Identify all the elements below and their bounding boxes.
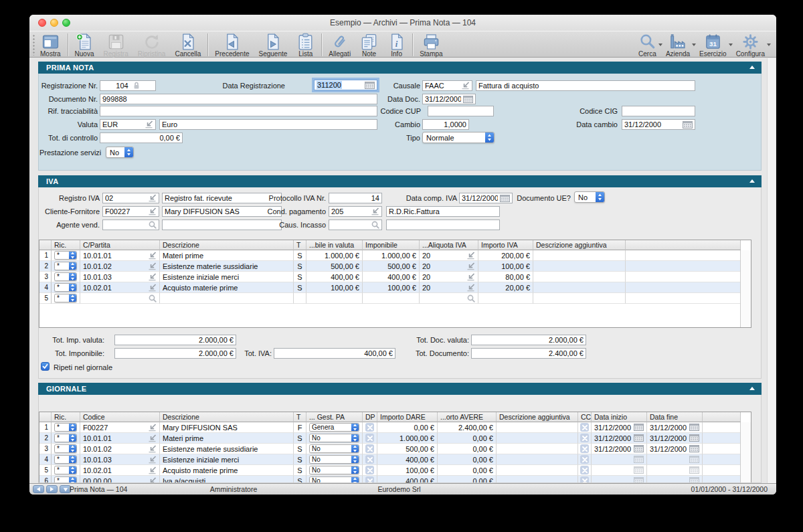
data-fine-cell[interactable]: 31/12/2000 xyxy=(647,422,703,433)
na-checkbox-icon[interactable] xyxy=(365,455,374,464)
description-cell[interactable]: Esistenze materie sussidiarie xyxy=(160,444,294,454)
importo-iva-cell[interactable] xyxy=(478,293,533,304)
calendar-icon[interactable] xyxy=(634,434,644,442)
giornale-table-scrollbar[interactable] xyxy=(740,422,751,483)
lookup-arrow-icon[interactable] xyxy=(148,466,157,474)
ric-select[interactable]: * xyxy=(54,262,77,270)
importo-avere-cell[interactable]: 0,00 € xyxy=(438,476,497,483)
prev-record-button[interactable] xyxy=(33,485,44,493)
importo-dare-cell[interactable]: 100,00 € xyxy=(377,465,438,476)
account-code-cell[interactable]: 10.01.01 xyxy=(80,250,160,261)
gest-pa-select[interactable]: No xyxy=(309,466,359,474)
causale-code-field[interactable]: FAAC xyxy=(422,80,472,91)
description-cell[interactable]: Acquisto materie prime xyxy=(160,282,294,293)
ric-select[interactable]: * xyxy=(54,444,77,453)
imponibile-valuta-cell[interactable]: 1.000,00 € xyxy=(306,250,363,261)
account-code-cell[interactable]: 10.02.01 xyxy=(80,465,160,476)
data-inizio-cell[interactable] xyxy=(592,476,647,483)
importo-avere-cell[interactable]: 0,00 € xyxy=(438,433,497,444)
window-scrollbar[interactable] xyxy=(767,58,776,483)
data-cambio-field[interactable]: 31/12/2000 xyxy=(622,119,695,130)
gest-pa-select[interactable]: No xyxy=(309,476,359,483)
data-inizio-cell[interactable] xyxy=(592,465,647,476)
imponibile-valuta-cell[interactable]: 400,00 € xyxy=(306,272,363,282)
calendar-icon[interactable] xyxy=(365,82,375,89)
na-checkbox-icon[interactable] xyxy=(365,434,374,442)
attachments-button[interactable]: Allegati xyxy=(324,32,355,58)
lookup-arrow-icon[interactable] xyxy=(371,207,379,215)
fiscal-year-button[interactable]: 31Esercizio xyxy=(695,32,731,58)
causale-desc-field[interactable]: Fattura di acquisto xyxy=(476,80,695,91)
delete-record-button[interactable]: Cancella xyxy=(170,32,205,58)
codice-cig-field[interactable] xyxy=(622,106,695,116)
next-record-button[interactable]: Seguente xyxy=(254,32,292,58)
prestazione-servizi-select[interactable]: No xyxy=(106,147,134,158)
ric-select[interactable]: * xyxy=(54,272,77,281)
na-checkbox-icon[interactable] xyxy=(580,434,589,442)
ric-select[interactable]: * xyxy=(54,466,77,474)
data-fine-cell[interactable] xyxy=(647,476,703,483)
lookup-arrow-icon[interactable] xyxy=(466,273,475,281)
account-code-cell[interactable]: 10.01.01 xyxy=(80,433,160,444)
gest-pa-select[interactable]: No xyxy=(309,444,359,453)
lookup-arrow-icon[interactable] xyxy=(148,252,157,260)
na-checkbox-icon[interactable] xyxy=(365,444,374,453)
caus-incasso-code-field[interactable] xyxy=(329,219,382,230)
descrizione-aggiuntiva-cell[interactable] xyxy=(533,261,626,272)
ric-select[interactable]: * xyxy=(54,434,77,442)
gest-pa-select[interactable]: No xyxy=(309,455,359,464)
ric-select[interactable]: * xyxy=(54,455,77,464)
search-icon[interactable] xyxy=(149,221,157,229)
importo-iva-cell[interactable]: 20,00 € xyxy=(478,282,533,293)
aliquota-iva-cell[interactable]: 20 xyxy=(420,261,478,272)
tot-controllo-field[interactable]: 0,00 € xyxy=(100,132,183,143)
importo-avere-cell[interactable]: 0,00 € xyxy=(438,454,497,465)
na-checkbox-icon[interactable] xyxy=(580,466,589,474)
data-fine-cell[interactable]: 31/12/2000 xyxy=(647,433,703,444)
calendar-icon[interactable] xyxy=(634,456,644,463)
lookup-arrow-icon[interactable] xyxy=(148,284,157,292)
calendar-icon[interactable] xyxy=(500,195,510,202)
description-cell[interactable]: Iva a/acquisti xyxy=(160,476,294,483)
iva-table-scrollbar[interactable] xyxy=(740,250,751,327)
ric-select[interactable]: * xyxy=(54,283,77,292)
show-list-button[interactable]: Mostra xyxy=(35,32,66,58)
descrizione-aggiuntiva-cell[interactable] xyxy=(533,250,626,261)
ric-select[interactable]: * xyxy=(54,423,77,432)
ric-select[interactable]: * xyxy=(54,294,77,302)
calendar-icon[interactable] xyxy=(689,456,699,463)
description-cell[interactable]: Materi prime xyxy=(160,433,294,444)
search-icon[interactable] xyxy=(371,221,379,229)
notes-button[interactable]: Note xyxy=(355,32,383,58)
importo-avere-cell[interactable]: 2.400,00 € xyxy=(438,422,497,433)
lookup-arrow-icon[interactable] xyxy=(148,194,157,202)
descrizione-aggiuntiva-cell[interactable] xyxy=(533,293,626,304)
na-checkbox-icon[interactable] xyxy=(580,444,589,453)
agente-vend-code-field[interactable] xyxy=(102,219,159,230)
account-code-cell[interactable] xyxy=(80,293,160,304)
lookup-arrow-icon[interactable] xyxy=(466,284,475,292)
importo-avere-cell[interactable]: 0,00 € xyxy=(438,444,497,454)
lookup-arrow-icon[interactable] xyxy=(461,82,470,90)
account-code-cell[interactable]: 00.00.00 xyxy=(80,476,160,483)
imponibile-cell[interactable]: 400,00 € xyxy=(363,272,420,282)
lookup-arrow-icon[interactable] xyxy=(148,477,157,484)
lookup-arrow-icon[interactable] xyxy=(466,252,475,260)
calendar-icon[interactable] xyxy=(689,477,699,483)
cambio-field[interactable]: 1,0000 xyxy=(422,119,469,130)
descrizione-aggiuntiva-cell[interactable] xyxy=(497,465,578,476)
calendar-icon[interactable] xyxy=(683,121,693,128)
calendar-icon[interactable] xyxy=(634,424,644,431)
importo-iva-cell[interactable]: 100,00 € xyxy=(478,261,533,272)
calendar-icon[interactable] xyxy=(689,466,699,474)
importo-dare-cell[interactable]: 0,00 € xyxy=(377,422,438,433)
search-button[interactable]: Cerca xyxy=(634,32,661,58)
data-fine-cell[interactable] xyxy=(647,465,703,476)
cond-pagamento-desc-field[interactable]: R.D.Ric.Fattura xyxy=(386,206,500,217)
imponibile-cell[interactable]: 1.000,00 € xyxy=(363,250,420,261)
valuta-desc-field[interactable]: Euro xyxy=(159,119,377,130)
na-checkbox-icon[interactable] xyxy=(580,455,589,464)
data-inizio-cell[interactable]: 31/12/2000 xyxy=(592,444,647,454)
importo-iva-cell[interactable]: 80,00 € xyxy=(478,272,533,282)
company-button[interactable]: Azienda xyxy=(661,32,695,58)
